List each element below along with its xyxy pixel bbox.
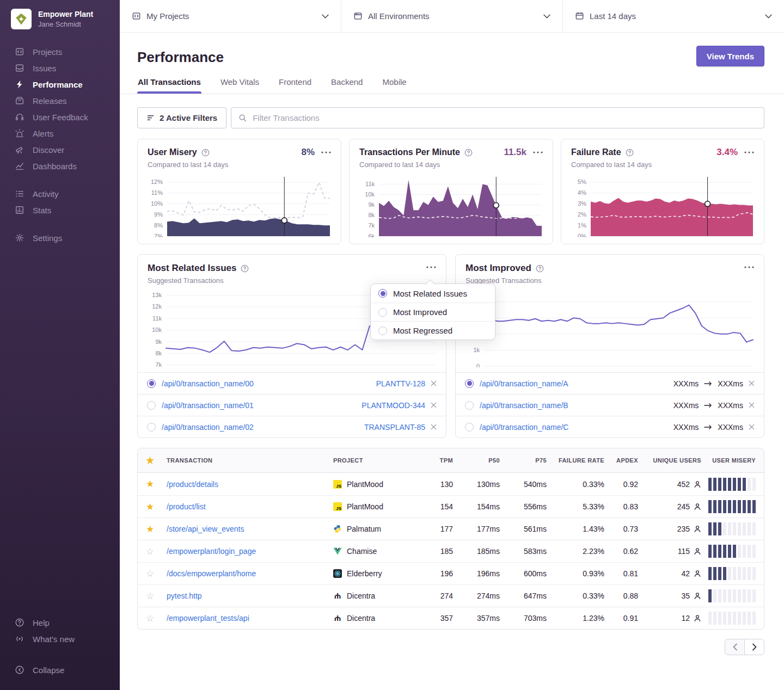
dismiss-icon[interactable] [749, 380, 755, 386]
transaction-link[interactable]: pytest.http [167, 592, 333, 600]
dismiss-icon[interactable] [431, 380, 437, 386]
table-header: ★TRANSACTIONPROJECTTPMP50P75FAILURE RATE… [138, 448, 764, 473]
star-filled-icon[interactable]: ★ [146, 479, 167, 489]
transaction-link[interactable]: /api/0/transaction_name/00 [162, 379, 254, 388]
help-icon[interactable] [201, 149, 210, 157]
transaction-link[interactable]: /store/api_view_events [167, 525, 333, 533]
transaction-link[interactable]: /empowerplant/login_page [167, 547, 333, 556]
improved-transaction-list: /api/0/transaction_name/AXXXmsXXXms/api/… [456, 372, 764, 438]
sidebar-item-issues[interactable]: Issues [0, 60, 120, 76]
card-subtitle: Compared to last 14 days [359, 161, 543, 169]
star-filled-icon[interactable]: ★ [146, 502, 167, 512]
sidebar-item-help[interactable]: Help [0, 614, 120, 631]
p75-value: 647ms [500, 592, 547, 600]
p50-value: 357ms [453, 614, 500, 623]
transaction-link[interactable]: /docs/empowerplant/home [167, 569, 333, 578]
sidebar-item-label: Stats [33, 206, 51, 215]
search-input[interactable] [252, 113, 757, 123]
tab-mobile[interactable]: Mobile [382, 77, 407, 94]
sidebar-item-discover[interactable]: Discover [0, 141, 120, 158]
next-page-button[interactable] [744, 639, 764, 655]
sidebar-item-activity[interactable]: Activity [0, 186, 120, 202]
misery-bar [738, 500, 741, 513]
dismiss-icon[interactable] [749, 402, 755, 408]
related-transaction-list: /api/0/transaction_name/00PLANTTV-128/ap… [138, 372, 446, 438]
tpm-value: 274 [419, 592, 453, 600]
radio-button[interactable] [147, 379, 156, 388]
sidebar-item-projects[interactable]: Projects [0, 44, 120, 60]
star-outline-icon[interactable]: ☆ [146, 569, 167, 578]
misery-bar [718, 612, 721, 625]
more-options-icon[interactable] [426, 266, 436, 268]
tab-all-transactions[interactable]: All Transactions [137, 77, 201, 94]
more-options-icon[interactable] [533, 151, 543, 153]
radio-button[interactable] [465, 379, 474, 388]
sidebar-item-releases[interactable]: Releases [0, 93, 120, 109]
transaction-link[interactable]: /api/0/transaction_name/02 [162, 423, 254, 432]
dismiss-icon[interactable] [431, 424, 437, 430]
sidebar-item-performance[interactable]: Performance [0, 76, 120, 93]
tab-frontend[interactable]: Frontend [278, 77, 312, 94]
radio-button[interactable] [465, 401, 474, 410]
more-options-icon[interactable] [744, 151, 754, 153]
most-improved-panel: Most Improved Suggested Transactions 2k1… [455, 254, 764, 438]
help-icon[interactable] [536, 264, 544, 273]
environment-filter-dropdown[interactable]: All Environments [341, 0, 562, 32]
sidebar-item-what-s-new[interactable]: What's new [0, 631, 120, 647]
apdex-value: 0.62 [604, 547, 638, 556]
sidebar-item-alerts[interactable]: Alerts [0, 125, 120, 141]
misery-bar [713, 545, 716, 558]
radio-button[interactable] [465, 423, 474, 432]
sidebar-item-dashboards[interactable]: Dashboards [0, 158, 120, 174]
star-filled-icon[interactable]: ★ [146, 525, 167, 534]
sidebar-item-collapse[interactable]: Collapse [0, 662, 120, 678]
previous-page-button[interactable] [725, 639, 745, 655]
transaction-link[interactable]: /product/list [167, 502, 333, 511]
star-outline-icon[interactable]: ☆ [146, 614, 167, 623]
help-icon[interactable] [626, 149, 634, 157]
more-options-icon[interactable] [321, 151, 331, 153]
dismiss-icon[interactable] [749, 424, 755, 430]
radio-button[interactable] [147, 401, 156, 410]
date-range-dropdown[interactable]: Last 14 days [562, 0, 784, 32]
issue-link[interactable]: PLANTTV-128 [376, 379, 425, 388]
more-options-icon[interactable] [744, 266, 754, 268]
radio-button[interactable] [147, 423, 156, 432]
transaction-link[interactable]: /empowerplant_tests/api [167, 614, 333, 623]
menu-option-most-improved[interactable]: Most Improved [371, 303, 495, 321]
table-row: ☆/empowerplant/login_pageChamise185185ms… [138, 540, 764, 562]
environment-filter-label: All Environments [368, 11, 430, 21]
chevron-down-icon [765, 14, 772, 19]
transaction-link[interactable]: /product/details [167, 480, 333, 489]
tab-backend[interactable]: Backend [330, 77, 363, 94]
menu-option-most-regressed[interactable]: Most Regressed [371, 321, 495, 340]
unique-users-value: 12 [681, 614, 690, 623]
svg-text:11%: 11% [151, 189, 163, 196]
sidebar-item-stats[interactable]: Stats [0, 202, 120, 218]
menu-option-most-related-issues[interactable]: Most Related Issues [371, 284, 495, 303]
project-filter-dropdown[interactable]: My Projects [120, 0, 341, 32]
view-trends-button[interactable]: View Trends [696, 46, 764, 66]
star-outline-icon[interactable]: ☆ [146, 592, 167, 601]
user-misery-card: User Misery 8% Compared to last 14 days … [137, 139, 341, 244]
star-outline-icon[interactable]: ☆ [146, 547, 167, 556]
transaction-link[interactable]: /api/0/transaction_name/B [480, 401, 568, 410]
org-switcher[interactable]: Empower Plant Jane Schmidt [0, 0, 120, 44]
help-icon[interactable] [464, 149, 473, 157]
sidebar-item-settings[interactable]: Settings [0, 230, 120, 246]
card-value: 8% [301, 147, 315, 158]
issue-link[interactable]: PLANTMOOD-344 [362, 401, 425, 410]
misery-bar [733, 522, 736, 535]
issue-link[interactable]: TRANSPLANT-85 [364, 423, 425, 432]
apdex-value: 0.73 [604, 525, 638, 533]
dismiss-icon[interactable] [431, 402, 437, 408]
sidebar-item-user-feedback[interactable]: User Feedback [0, 109, 120, 125]
transaction-link[interactable]: /api/0/transaction_name/01 [162, 401, 254, 410]
active-filters-button[interactable]: 2 Active Filters [137, 107, 226, 128]
help-icon[interactable] [241, 264, 249, 273]
transaction-link[interactable]: /api/0/transaction_name/C [480, 423, 568, 432]
empower-plant-logo-icon [14, 12, 28, 26]
tab-web-vitals[interactable]: Web Vitals [220, 77, 260, 94]
transaction-link[interactable]: /api/0/transaction_name/A [480, 379, 568, 388]
global-filter-bar: My Projects All Environments Last 14 day… [120, 0, 784, 33]
